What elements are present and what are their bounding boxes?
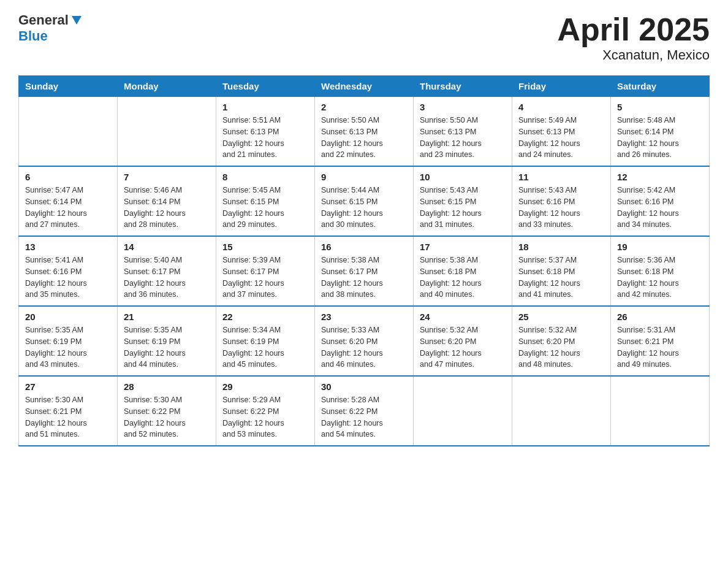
day-info: Sunrise: 5:39 AM Sunset: 6:17 PM Dayligh… bbox=[222, 255, 308, 301]
day-info: Sunrise: 5:32 AM Sunset: 6:20 PM Dayligh… bbox=[518, 324, 604, 370]
calendar-cell: 7Sunrise: 5:46 AM Sunset: 6:14 PM Daylig… bbox=[118, 166, 216, 236]
header-friday: Friday bbox=[512, 76, 611, 97]
calendar-cell: 4Sunrise: 5:49 AM Sunset: 6:13 PM Daylig… bbox=[512, 97, 611, 167]
day-number: 15 bbox=[222, 242, 308, 252]
calendar-cell: 15Sunrise: 5:39 AM Sunset: 6:17 PM Dayli… bbox=[216, 236, 315, 306]
day-number: 12 bbox=[617, 172, 703, 182]
day-info: Sunrise: 5:32 AM Sunset: 6:20 PM Dayligh… bbox=[420, 324, 506, 370]
day-number: 9 bbox=[321, 172, 407, 182]
calendar-cell bbox=[611, 376, 710, 446]
calendar-cell: 20Sunrise: 5:35 AM Sunset: 6:19 PM Dayli… bbox=[19, 306, 118, 376]
day-info: Sunrise: 5:30 AM Sunset: 6:22 PM Dayligh… bbox=[124, 394, 210, 440]
day-number: 22 bbox=[222, 312, 308, 322]
day-number: 3 bbox=[420, 102, 506, 112]
day-number: 30 bbox=[321, 381, 407, 392]
header-thursday: Thursday bbox=[414, 76, 512, 97]
title-block: April 2025 Xcanatun, Mexico bbox=[557, 12, 710, 63]
day-number: 17 bbox=[420, 242, 506, 252]
calendar-cell: 21Sunrise: 5:35 AM Sunset: 6:19 PM Dayli… bbox=[118, 306, 216, 376]
day-info: Sunrise: 5:47 AM Sunset: 6:14 PM Dayligh… bbox=[25, 185, 111, 231]
logo-general: General bbox=[18, 12, 69, 28]
day-number: 5 bbox=[617, 102, 703, 112]
logo: General Blue bbox=[18, 12, 83, 44]
day-number: 6 bbox=[25, 172, 111, 182]
day-number: 4 bbox=[518, 102, 604, 112]
day-info: Sunrise: 5:30 AM Sunset: 6:21 PM Dayligh… bbox=[25, 394, 111, 440]
calendar-cell: 13Sunrise: 5:41 AM Sunset: 6:16 PM Dayli… bbox=[19, 236, 118, 306]
day-number: 8 bbox=[222, 172, 308, 182]
calendar-cell: 9Sunrise: 5:44 AM Sunset: 6:15 PM Daylig… bbox=[315, 166, 414, 236]
week-row-2: 6Sunrise: 5:47 AM Sunset: 6:14 PM Daylig… bbox=[19, 166, 710, 236]
header-sunday: Sunday bbox=[19, 76, 118, 97]
day-number: 18 bbox=[518, 242, 604, 252]
day-info: Sunrise: 5:29 AM Sunset: 6:22 PM Dayligh… bbox=[222, 394, 308, 440]
header-monday: Monday bbox=[118, 76, 216, 97]
calendar-body: 1Sunrise: 5:51 AM Sunset: 6:13 PM Daylig… bbox=[19, 97, 710, 446]
day-number: 16 bbox=[321, 242, 407, 252]
day-info: Sunrise: 5:33 AM Sunset: 6:20 PM Dayligh… bbox=[321, 324, 407, 370]
header-saturday: Saturday bbox=[611, 76, 710, 97]
day-info: Sunrise: 5:44 AM Sunset: 6:15 PM Dayligh… bbox=[321, 185, 407, 231]
day-info: Sunrise: 5:46 AM Sunset: 6:14 PM Dayligh… bbox=[124, 185, 210, 231]
calendar-cell: 8Sunrise: 5:45 AM Sunset: 6:15 PM Daylig… bbox=[216, 166, 315, 236]
day-number: 7 bbox=[124, 172, 210, 182]
svg-marker-0 bbox=[72, 16, 82, 25]
day-info: Sunrise: 5:42 AM Sunset: 6:16 PM Dayligh… bbox=[617, 185, 703, 231]
calendar-cell: 1Sunrise: 5:51 AM Sunset: 6:13 PM Daylig… bbox=[216, 97, 315, 167]
day-number: 24 bbox=[420, 312, 506, 322]
day-info: Sunrise: 5:28 AM Sunset: 6:22 PM Dayligh… bbox=[321, 394, 407, 440]
calendar-cell bbox=[19, 97, 118, 167]
calendar-cell: 24Sunrise: 5:32 AM Sunset: 6:20 PM Dayli… bbox=[414, 306, 512, 376]
day-number: 19 bbox=[617, 242, 703, 252]
day-number: 11 bbox=[518, 172, 604, 182]
day-number: 25 bbox=[518, 312, 604, 322]
day-number: 27 bbox=[25, 381, 111, 392]
calendar-cell: 25Sunrise: 5:32 AM Sunset: 6:20 PM Dayli… bbox=[512, 306, 611, 376]
day-number: 29 bbox=[222, 381, 308, 392]
day-info: Sunrise: 5:51 AM Sunset: 6:13 PM Dayligh… bbox=[222, 115, 308, 161]
calendar-cell: 14Sunrise: 5:40 AM Sunset: 6:17 PM Dayli… bbox=[118, 236, 216, 306]
calendar-cell: 29Sunrise: 5:29 AM Sunset: 6:22 PM Dayli… bbox=[216, 376, 315, 446]
calendar-cell: 28Sunrise: 5:30 AM Sunset: 6:22 PM Dayli… bbox=[118, 376, 216, 446]
header-wednesday: Wednesday bbox=[315, 76, 414, 97]
calendar-cell bbox=[512, 376, 611, 446]
calendar-cell: 27Sunrise: 5:30 AM Sunset: 6:21 PM Dayli… bbox=[19, 376, 118, 446]
day-info: Sunrise: 5:35 AM Sunset: 6:19 PM Dayligh… bbox=[25, 324, 111, 370]
week-row-5: 27Sunrise: 5:30 AM Sunset: 6:21 PM Dayli… bbox=[19, 376, 710, 446]
day-info: Sunrise: 5:40 AM Sunset: 6:17 PM Dayligh… bbox=[124, 255, 210, 301]
calendar-header: SundayMondayTuesdayWednesdayThursdayFrid… bbox=[19, 76, 710, 97]
day-info: Sunrise: 5:49 AM Sunset: 6:13 PM Dayligh… bbox=[518, 115, 604, 161]
calendar-cell: 10Sunrise: 5:43 AM Sunset: 6:15 PM Dayli… bbox=[414, 166, 512, 236]
day-info: Sunrise: 5:45 AM Sunset: 6:15 PM Dayligh… bbox=[222, 185, 308, 231]
day-info: Sunrise: 5:48 AM Sunset: 6:14 PM Dayligh… bbox=[617, 115, 703, 161]
week-row-4: 20Sunrise: 5:35 AM Sunset: 6:19 PM Dayli… bbox=[19, 306, 710, 376]
day-number: 13 bbox=[25, 242, 111, 252]
header-tuesday: Tuesday bbox=[216, 76, 315, 97]
day-info: Sunrise: 5:38 AM Sunset: 6:18 PM Dayligh… bbox=[420, 255, 506, 301]
page-title: April 2025 bbox=[557, 12, 710, 47]
logo-blue: Blue bbox=[18, 28, 48, 44]
week-row-3: 13Sunrise: 5:41 AM Sunset: 6:16 PM Dayli… bbox=[19, 236, 710, 306]
calendar-cell: 22Sunrise: 5:34 AM Sunset: 6:19 PM Dayli… bbox=[216, 306, 315, 376]
week-row-1: 1Sunrise: 5:51 AM Sunset: 6:13 PM Daylig… bbox=[19, 97, 710, 167]
calendar-cell: 11Sunrise: 5:43 AM Sunset: 6:16 PM Dayli… bbox=[512, 166, 611, 236]
calendar-cell: 16Sunrise: 5:38 AM Sunset: 6:17 PM Dayli… bbox=[315, 236, 414, 306]
day-number: 2 bbox=[321, 102, 407, 112]
calendar-cell: 18Sunrise: 5:37 AM Sunset: 6:18 PM Dayli… bbox=[512, 236, 611, 306]
calendar-cell: 6Sunrise: 5:47 AM Sunset: 6:14 PM Daylig… bbox=[19, 166, 118, 236]
calendar-cell: 30Sunrise: 5:28 AM Sunset: 6:22 PM Dayli… bbox=[315, 376, 414, 446]
day-info: Sunrise: 5:36 AM Sunset: 6:18 PM Dayligh… bbox=[617, 255, 703, 301]
day-number: 1 bbox=[222, 102, 308, 112]
calendar-cell: 17Sunrise: 5:38 AM Sunset: 6:18 PM Dayli… bbox=[414, 236, 512, 306]
calendar-cell: 5Sunrise: 5:48 AM Sunset: 6:14 PM Daylig… bbox=[611, 97, 710, 167]
calendar-cell: 2Sunrise: 5:50 AM Sunset: 6:13 PM Daylig… bbox=[315, 97, 414, 167]
page-subtitle: Xcanatun, Mexico bbox=[557, 47, 710, 63]
calendar-cell bbox=[118, 97, 216, 167]
day-info: Sunrise: 5:41 AM Sunset: 6:16 PM Dayligh… bbox=[25, 255, 111, 301]
calendar-cell: 23Sunrise: 5:33 AM Sunset: 6:20 PM Dayli… bbox=[315, 306, 414, 376]
day-info: Sunrise: 5:38 AM Sunset: 6:17 PM Dayligh… bbox=[321, 255, 407, 301]
day-number: 28 bbox=[124, 381, 210, 392]
calendar-table: SundayMondayTuesdayWednesdayThursdayFrid… bbox=[18, 75, 710, 446]
day-number: 23 bbox=[321, 312, 407, 322]
calendar-cell: 3Sunrise: 5:50 AM Sunset: 6:13 PM Daylig… bbox=[414, 97, 512, 167]
